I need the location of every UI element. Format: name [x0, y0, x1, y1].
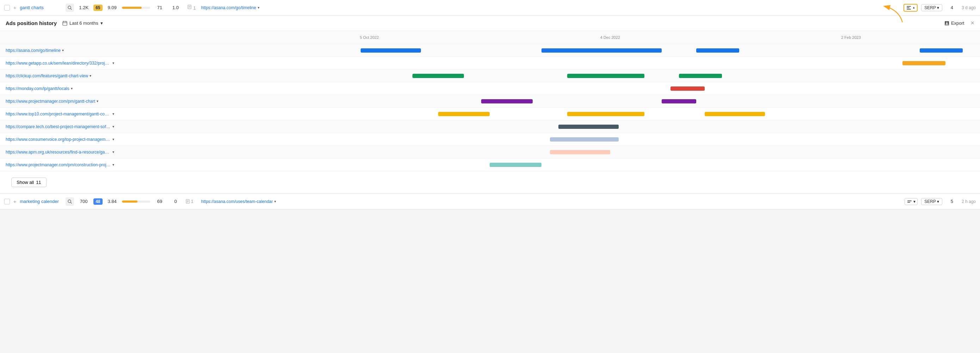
url-row: https://www.projectmanager.com/pm/gantt-… [0, 95, 980, 108]
url-dropdown-arrow: ▾ [71, 86, 73, 90]
url-cell[interactable]: https://www.apm.org.uk/resources/find-a-… [0, 150, 120, 155]
top-row-title[interactable]: gantt charts [20, 5, 62, 10]
gantt-bar [662, 99, 696, 104]
top-row-badge: 65 [94, 5, 102, 11]
date-filter-label: Last 6 months [70, 21, 99, 26]
url-dropdown-arrow: ▾ [113, 137, 114, 141]
url-row: https://www.consumervoice.org/top-projec… [0, 133, 980, 146]
url-cell[interactable]: https://clickup.com/features/gantt-chart… [0, 73, 120, 78]
gantt-bar [705, 112, 765, 116]
bottom-row-cpc: 3.84 [106, 199, 118, 204]
ads-panel: Ads position history Last 6 months ▾ Exp… [0, 16, 980, 194]
gantt-area [120, 146, 980, 158]
bottom-row-time-ago: 2 h ago [962, 199, 976, 204]
url-cell[interactable]: https://www.top10.com/project-management… [0, 112, 120, 117]
calendar-icon [62, 21, 67, 26]
gantt-bar [696, 48, 739, 53]
panel-header: Ads position history Last 6 months ▾ Exp… [0, 16, 980, 31]
close-button[interactable]: × [970, 19, 974, 27]
show-all-count: 11 [36, 180, 41, 185]
serp-dropdown-arrow: ▾ [937, 5, 939, 10]
timeline-label-1: 4 Dec 2022 [600, 35, 620, 40]
url-cell[interactable]: https://www.getapp.co.uk/sem/lean/direct… [0, 61, 120, 65]
gantt-area [120, 158, 980, 171]
top-row-time-ago: 3 d ago [962, 5, 976, 10]
date-filter-arrow: ▾ [100, 21, 103, 26]
bottom-row-url[interactable]: https://asana.com/uses/team-calendar ▾ [201, 199, 276, 204]
bottom-row-score: 69 [154, 199, 166, 204]
bottom-row-search-btn[interactable] [65, 197, 74, 206]
svg-line-15 [71, 202, 72, 203]
url-cell[interactable]: https://www.projectmanager.com/pm/constr… [0, 162, 120, 167]
url-row: https://www.apm.org.uk/resources/find-a-… [0, 146, 980, 158]
bottom-row-url-arrow: ▾ [274, 200, 276, 203]
gantt-bar [920, 48, 963, 53]
bottom-chevron-icon: ▾ [913, 199, 915, 204]
top-row-url[interactable]: https://asana.com/go/timeline ▾ [201, 5, 259, 10]
timeline-header: 5 Oct 2022 4 Dec 2022 2 Feb 2023 [0, 31, 980, 44]
top-row-icon-btn[interactable]: ▲ [904, 4, 918, 12]
lines-icon [906, 5, 912, 10]
url-cell[interactable]: https://monday.com/lp/gantt/locals▾ [0, 86, 120, 91]
show-all-area: Show all 11 [0, 171, 980, 193]
url-row: https://monday.com/lp/gantt/locals▾ [0, 82, 980, 95]
gantt-bar [438, 112, 490, 116]
gantt-bar [567, 112, 645, 116]
url-dropdown-arrow: ▾ [89, 74, 91, 78]
top-row-visits: 1.2K [78, 5, 90, 10]
url-cell[interactable]: https://www.projectmanager.com/pm/gantt-… [0, 99, 120, 104]
top-row-rank: 4 [946, 5, 958, 10]
url-dropdown-arrow: ▾ [113, 150, 114, 154]
svg-point-0 [68, 6, 71, 9]
gantt-area [120, 133, 980, 146]
url-cell[interactable]: https://compare.tech.co/best-project-man… [0, 124, 120, 129]
top-row-page-icon [187, 5, 192, 10]
top-row-progress [122, 7, 150, 9]
lines-icon-bottom [907, 200, 912, 203]
bottom-row-icon-btn[interactable]: ▾ [905, 198, 918, 205]
date-filter[interactable]: Last 6 months ▾ [62, 21, 103, 26]
bottom-row-checkbox[interactable] [4, 199, 10, 204]
svg-rect-7 [63, 22, 67, 26]
gantt-bar [567, 74, 645, 78]
show-all-button[interactable]: Show all 11 [11, 177, 46, 187]
bottom-row-badge: 48 [94, 198, 102, 205]
gantt-bar [361, 48, 421, 53]
top-row-checkbox[interactable] [4, 5, 10, 11]
top-row-serp-btn[interactable]: SERP ▾ [921, 4, 942, 11]
top-row-extra: 1.0 [170, 5, 182, 10]
top-row-plus-icon[interactable]: + [13, 5, 16, 11]
bottom-row-pages: 1 [191, 199, 194, 204]
bottom-row-title[interactable]: marketing calender [20, 199, 62, 204]
bottom-row-plus-icon[interactable]: + [13, 199, 16, 204]
url-col-header [0, 33, 120, 42]
top-row-score: 71 [154, 5, 166, 10]
export-button[interactable]: Export [941, 19, 968, 27]
bottom-row-extra: 0 [170, 199, 182, 204]
top-row-pages: 1 [193, 5, 196, 11]
url-row: https://asana.com/go/timeline▾ [0, 44, 980, 57]
url-dropdown-arrow: ▾ [113, 61, 114, 65]
panel-title: Ads position history [6, 20, 57, 26]
url-dropdown-arrow: ▾ [113, 112, 114, 116]
timeline-label-0: 5 Oct 2022 [360, 35, 379, 40]
url-row: https://www.top10.com/project-management… [0, 108, 980, 120]
top-row: + gantt charts 1.2K 65 9.09 71 1.0 1 htt… [0, 0, 980, 16]
url-cell[interactable]: https://www.consumervoice.org/top-projec… [0, 137, 120, 142]
top-row-search-btn[interactable] [65, 3, 74, 12]
bottom-row-rank: 5 [946, 199, 958, 204]
url-dropdown-arrow: ▾ [113, 125, 114, 128]
gantt-bar [481, 99, 533, 104]
url-row: https://www.getapp.co.uk/sem/lean/direct… [0, 57, 980, 70]
top-row-url-arrow: ▾ [258, 6, 259, 10]
export-label: Export [951, 21, 964, 26]
url-row: https://clickup.com/features/gantt-chart… [0, 70, 980, 82]
url-row: https://www.projectmanager.com/pm/constr… [0, 158, 980, 171]
bottom-row: + marketing calender 700 48 3.84 69 0 1 … [0, 194, 980, 209]
url-dropdown-arrow: ▾ [97, 99, 99, 103]
url-cell[interactable]: https://asana.com/go/timeline▾ [0, 48, 120, 53]
bottom-row-page-icon [185, 199, 190, 204]
bottom-row-serp-btn[interactable]: SERP ▾ [921, 198, 942, 205]
bottom-row-progress [122, 201, 150, 203]
svg-line-1 [71, 8, 72, 10]
